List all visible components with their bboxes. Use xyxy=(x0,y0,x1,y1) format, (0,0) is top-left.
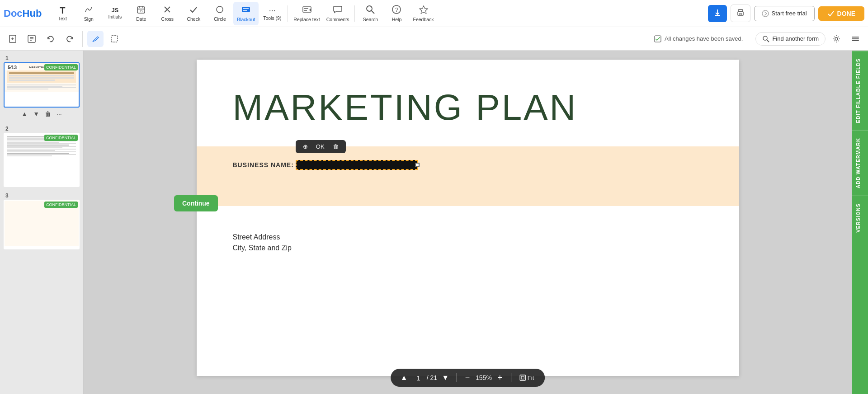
tool-check[interactable]: Check xyxy=(181,2,206,25)
blackout-move-button[interactable]: ⊕ xyxy=(299,142,311,151)
text-icon: T xyxy=(60,6,65,15)
page-next-button[interactable]: ▼ xyxy=(439,371,452,384)
thumb-img-2: CONFIDENTIAL xyxy=(4,133,80,187)
svg-point-22 xyxy=(762,10,769,17)
thumb-up-1[interactable]: ▲ xyxy=(19,109,29,118)
redo-button[interactable] xyxy=(61,31,78,47)
svg-text:15: 15 xyxy=(140,10,143,13)
svg-rect-38 xyxy=(852,40,859,41)
blackout-box[interactable] xyxy=(296,160,418,170)
tool-comments[interactable]: Comments xyxy=(324,2,352,25)
find-form-label: Find another form xyxy=(772,35,819,42)
logo-hub: Hub xyxy=(23,8,42,19)
tool-initials-label: Initials xyxy=(108,14,122,19)
svg-rect-21 xyxy=(739,14,742,15)
svg-rect-39 xyxy=(520,375,525,380)
thumbnail-page-3[interactable]: 3 1 CONFIDENTIAL xyxy=(4,192,80,249)
svg-rect-40 xyxy=(521,376,524,379)
tool-text[interactable]: T Text xyxy=(50,2,75,25)
nav-divider-2 xyxy=(511,373,511,382)
page-number-input[interactable]: 1 xyxy=(412,374,425,382)
tool-replace-text[interactable]: Replace text xyxy=(291,2,322,25)
thumb-down-1[interactable]: ▼ xyxy=(31,109,41,118)
tool-circle[interactable]: Circle xyxy=(207,2,232,25)
find-form-button[interactable]: Find another form xyxy=(755,32,826,46)
main-layout: 1 5∕13 CONFIDENTIAL MARKETING PLAN xyxy=(0,51,868,394)
tool-search[interactable]: Search xyxy=(358,2,383,25)
secondary-toolbar: All changes have been saved. Find anothe… xyxy=(0,27,868,51)
select-mode-button[interactable] xyxy=(106,31,123,47)
page-thumbnail-sidebar: 1 5∕13 CONFIDENTIAL MARKETING PLAN xyxy=(0,51,84,394)
nav-divider xyxy=(456,373,457,382)
city-state-zip: City, State and Zip xyxy=(233,244,703,252)
done-button[interactable]: DONE xyxy=(818,6,864,21)
menu-button[interactable] xyxy=(847,31,863,47)
start-trial-button[interactable]: Start free trial xyxy=(754,6,815,21)
document-title: MARKETING PLAN xyxy=(233,87,703,128)
page-prev-button[interactable]: ▲ xyxy=(398,371,410,384)
zoom-out-button[interactable]: − xyxy=(461,371,474,384)
blackout-delete-button[interactable]: 🗑 xyxy=(329,142,342,151)
help-icon: ? xyxy=(392,5,401,16)
street-address: Street Address xyxy=(233,233,703,241)
comments-icon xyxy=(333,5,343,16)
svg-point-33 xyxy=(763,36,767,40)
search-icon xyxy=(365,5,375,16)
start-trial-label: Start free trial xyxy=(772,10,807,17)
blackout-delete-icon: 🗑 xyxy=(333,143,339,150)
print-button[interactable] xyxy=(731,5,750,22)
canvas-area: Continue MARKETING PLAN BUSINESS NAME: ⊕ xyxy=(84,51,852,394)
fit-button[interactable]: Fit xyxy=(516,373,538,383)
right-tab-watermark[interactable]: ADD WATERMARK xyxy=(852,130,868,196)
page-total: / 21 xyxy=(427,374,437,381)
tool-replace-text-label: Replace text xyxy=(293,17,320,22)
tool-help[interactable]: ? Help xyxy=(384,2,409,25)
svg-point-35 xyxy=(835,38,838,40)
done-label: DONE xyxy=(837,10,855,17)
thumb-more-1[interactable]: ··· xyxy=(55,109,64,118)
draw-mode-button[interactable] xyxy=(87,31,104,47)
fit-label: Fit xyxy=(528,375,534,381)
bottom-navigation: ▲ 1 / 21 ▼ − 155% + Fit xyxy=(391,369,545,387)
toolbar-divider-1 xyxy=(288,5,288,22)
page-num-2: 2 xyxy=(4,126,80,132)
tool-help-label: Help xyxy=(392,17,402,22)
continue-button[interactable]: Continue xyxy=(174,195,218,211)
right-tab-edit-fillable[interactable]: EDIT FILLABLE FIELDS xyxy=(852,51,868,130)
svg-rect-20 xyxy=(739,9,742,12)
zoom-in-button[interactable]: + xyxy=(494,371,506,384)
settings-button[interactable] xyxy=(828,31,844,47)
tool-circle-label: Circle xyxy=(214,16,226,22)
undo-button[interactable] xyxy=(42,31,59,47)
save-status-text: All changes have been saved. xyxy=(665,35,743,42)
tool-check-label: Check xyxy=(187,16,200,22)
svg-point-14 xyxy=(367,6,372,11)
blackout-toolbar: ⊕ OK 🗑 xyxy=(296,140,346,153)
tool-blackout[interactable]: Blackout xyxy=(233,2,259,25)
tool-cross[interactable]: Cross xyxy=(155,2,180,25)
right-sidebar: EDIT FILLABLE FIELDS ADD WATERMARK VERSI… xyxy=(852,51,868,394)
tool-sign[interactable]: Sign xyxy=(76,2,101,25)
thumbnail-page-1[interactable]: 1 5∕13 CONFIDENTIAL MARKETING PLAN xyxy=(4,55,80,120)
blackout-ok-button[interactable]: OK xyxy=(312,142,328,151)
thumb-delete-1[interactable]: 🗑 xyxy=(43,109,53,118)
page-num-1: 1 xyxy=(4,55,80,61)
tool-cross-label: Cross xyxy=(161,16,174,22)
tool-feedback[interactable]: Feedback xyxy=(410,2,436,25)
thumbnail-page-2[interactable]: 2 CONFIDENTIAL xyxy=(4,126,80,187)
new-page-button[interactable] xyxy=(5,31,21,47)
date-icon: 15 xyxy=(137,5,146,15)
edit-button[interactable] xyxy=(24,31,40,47)
document-page: MARKETING PLAN BUSINESS NAME: ⊕ OK xyxy=(197,60,739,376)
top-toolbar: DocHub T Text Sign JS Initials 15 Date C… xyxy=(0,0,868,27)
tool-initials[interactable]: JS Initials xyxy=(102,2,127,25)
resize-handle[interactable] xyxy=(415,163,420,167)
svg-rect-8 xyxy=(242,7,250,12)
tool-sign-label: Sign xyxy=(84,16,94,22)
download-button[interactable] xyxy=(708,5,727,22)
document-address: Street Address City, State and Zip xyxy=(233,224,703,261)
sec-divider xyxy=(82,31,83,47)
tool-tools[interactable]: ··· Tools (9) xyxy=(259,2,285,25)
right-tab-versions[interactable]: VERSIONS xyxy=(852,196,868,240)
tool-date[interactable]: 15 Date xyxy=(128,2,154,25)
